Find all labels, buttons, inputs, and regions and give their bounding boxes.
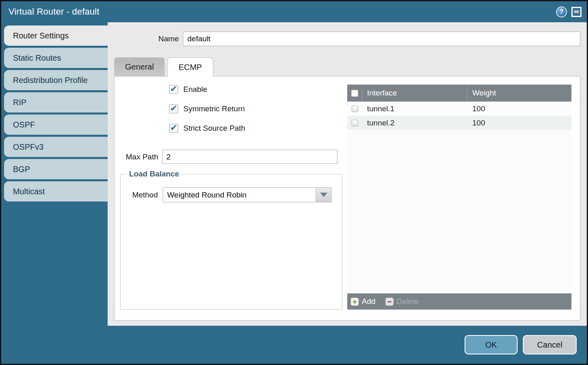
virtual-router-dialog: Virtual Router - default ? Router Settin…	[0, 0, 588, 365]
interface-cell: tunnel.1	[362, 104, 467, 113]
tab-ecmp[interactable]: ECMP	[167, 57, 213, 76]
table-empty-area	[347, 130, 571, 293]
max-path-label: Max Path	[120, 153, 162, 161]
max-path-row: Max Path	[120, 150, 344, 164]
window-restore-icon-bar	[574, 10, 579, 13]
enable-checkbox[interactable]	[169, 85, 178, 94]
row-checkbox[interactable]	[352, 120, 358, 126]
table-row[interactable]: tunnel.2 100	[347, 116, 571, 130]
method-dropdown[interactable]: Weighted Round Robin	[163, 187, 331, 202]
enable-label: Enable	[183, 85, 207, 94]
weight-cell: 100	[467, 119, 571, 127]
symmetric-return-row: Symmetric Return	[169, 104, 344, 113]
minus-icon: −	[385, 297, 394, 306]
dialog-body: Router Settings Static Routes Redistribu…	[1, 22, 587, 326]
strict-source-path-row: Strict Source Path	[169, 123, 344, 133]
cancel-button[interactable]: Cancel	[523, 335, 577, 354]
table-action-bar: + Add − Delete	[347, 293, 571, 310]
sidebar-item-router-settings[interactable]: Router Settings	[4, 25, 108, 46]
table-row[interactable]: tunnel.1 100	[347, 102, 571, 116]
strict-source-path-label: Strict Source Path	[183, 124, 245, 133]
sidebar-item-bgp[interactable]: BGP	[4, 159, 108, 179]
title-bar: Virtual Router - default ?	[1, 1, 587, 22]
select-all-checkbox[interactable]	[351, 90, 358, 97]
row-checkbox-cell	[347, 106, 362, 112]
plus-icon: +	[350, 297, 359, 306]
table-header: Interface Weight	[347, 85, 571, 102]
weight-cell: 100	[467, 104, 571, 113]
sidebar: Router Settings Static Routes Redistribu…	[1, 22, 108, 326]
sidebar-item-static-routes[interactable]: Static Routes	[4, 48, 108, 68]
name-input[interactable]	[183, 32, 580, 46]
chevron-down-icon[interactable]	[316, 188, 331, 202]
weight-column-header: Weight	[467, 85, 571, 102]
method-row: Method Weighted Round Robin	[125, 187, 337, 202]
name-label: Name	[114, 34, 183, 43]
header-checkbox-cell	[347, 85, 362, 102]
interface-table-column: Interface Weight tunnel.1 100	[344, 76, 580, 320]
sidebar-item-rip[interactable]: RIP	[4, 92, 108, 112]
method-dropdown-value: Weighted Round Robin	[163, 188, 316, 202]
add-button[interactable]: + Add	[350, 297, 376, 306]
delete-button-label: Delete	[397, 297, 419, 306]
name-row: Name	[114, 32, 580, 46]
load-balance-fieldset: Load Balance Method Weighted Round Robin	[120, 170, 342, 310]
ecmp-settings-column: Enable Symmetric Return Strict Source Pa…	[115, 76, 344, 320]
load-balance-legend: Load Balance	[127, 170, 181, 178]
add-button-label: Add	[362, 297, 376, 306]
interface-column-header: Interface	[362, 85, 467, 102]
tab-strip: General ECMP	[114, 57, 580, 76]
symmetric-return-checkbox[interactable]	[169, 104, 178, 113]
dialog-title: Virtual Router - default	[8, 6, 556, 17]
max-path-input[interactable]	[162, 150, 338, 164]
sidebar-item-ospf[interactable]: OSPF	[4, 115, 108, 135]
interface-cell: tunnel.2	[362, 119, 467, 127]
sidebar-item-ospfv3[interactable]: OSPFv3	[4, 137, 108, 157]
tab-general[interactable]: General	[114, 57, 165, 76]
delete-button[interactable]: − Delete	[385, 297, 419, 306]
window-restore-icon[interactable]	[571, 7, 582, 17]
dialog-footer: OK Cancel	[1, 326, 587, 364]
symmetric-return-label: Symmetric Return	[183, 104, 245, 113]
ecmp-panel: Enable Symmetric Return Strict Source Pa…	[114, 76, 580, 320]
row-checkbox-cell	[347, 120, 362, 126]
method-label: Method	[125, 191, 163, 199]
content-area: Name General ECMP Enable Symmetric Retur…	[108, 22, 587, 326]
row-checkbox[interactable]	[352, 106, 358, 112]
enable-row: Enable	[169, 85, 344, 94]
help-icon[interactable]: ?	[556, 6, 567, 17]
strict-source-path-checkbox[interactable]	[169, 124, 178, 133]
ok-button[interactable]: OK	[465, 335, 518, 354]
titlebar-icons: ?	[556, 6, 582, 17]
sidebar-item-multicast[interactable]: Multicast	[4, 181, 108, 202]
interface-table: Interface Weight tunnel.1 100	[347, 85, 571, 310]
sidebar-item-redistribution-profile[interactable]: Redistribution Profile	[4, 70, 108, 90]
